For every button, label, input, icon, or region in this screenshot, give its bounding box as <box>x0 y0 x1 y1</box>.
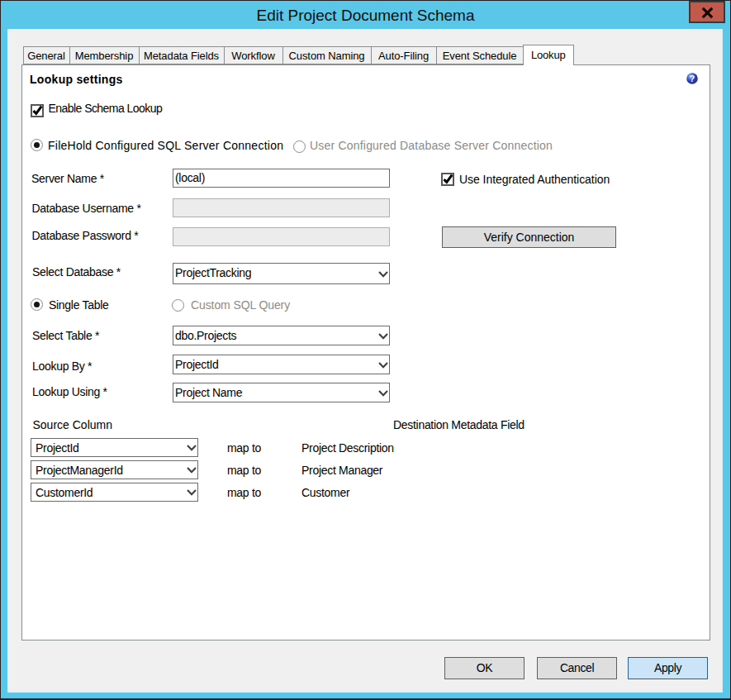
svg-text:?: ? <box>690 74 695 83</box>
